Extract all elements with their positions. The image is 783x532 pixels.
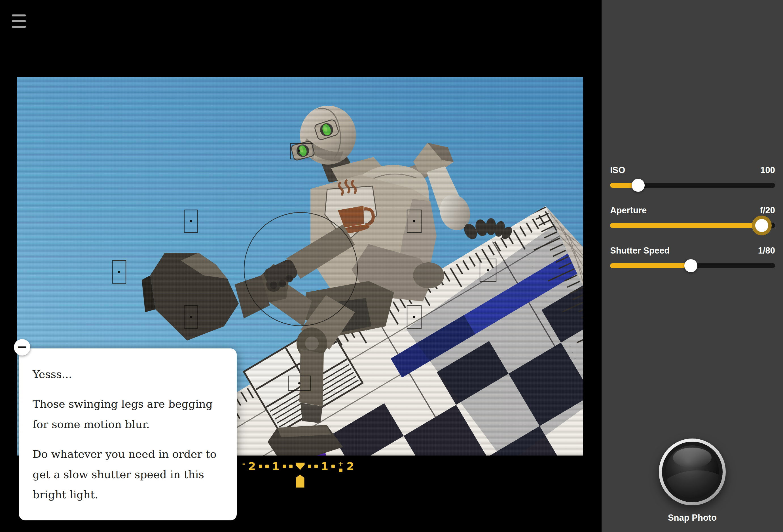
iso-label: ISO (610, 165, 625, 175)
aperture-label: Aperture (610, 205, 647, 215)
camera-controls-sidebar: ISO 100 Aperture f/20 (601, 0, 783, 532)
meter-center-marker (296, 463, 305, 470)
shutter-speed-slider-thumb[interactable] (684, 259, 697, 272)
iso-slider-track[interactable] (610, 183, 775, 188)
meter-label: 2 (346, 461, 354, 472)
hint-card: Yesss... Those swinging legs are begging… (19, 348, 237, 521)
hint-text: Do whatever you need in order to get a s… (33, 444, 223, 505)
aperture-slider-group: Aperture f/20 (610, 205, 775, 228)
snap-photo-section: Snap Photo (601, 438, 783, 523)
aperture-value: f/20 (760, 205, 775, 215)
meter-label: 1 (321, 461, 328, 472)
meter-label: 2 (248, 461, 256, 472)
aperture-slider-thumb[interactable] (755, 219, 768, 232)
meter-exposure-pointer (296, 474, 305, 488)
camera-sim-app: - 2 1 1 + 2 Yesss... Those swinging l (0, 0, 783, 532)
dismiss-hint-button[interactable]: − (14, 339, 30, 356)
meter-label: 1 (272, 461, 279, 472)
iso-slider-group: ISO 100 (610, 165, 775, 188)
shutter-speed-value: 1/80 (758, 245, 775, 256)
shutter-speed-slider-track[interactable] (610, 263, 775, 268)
hint-text: Yesss... (33, 364, 223, 385)
hint-text: Those swinging legs are begging for some… (33, 394, 223, 435)
meter-minus-sign: - (242, 460, 245, 467)
shutter-speed-slider-group: Shutter Speed 1/80 (610, 245, 775, 268)
hamburger-icon (12, 14, 26, 16)
snap-photo-label: Snap Photo (668, 513, 717, 523)
shutter-button-icon (662, 442, 723, 502)
shutter-speed-label: Shutter Speed (610, 245, 669, 256)
meter-plus-sign: + (338, 461, 343, 467)
slider-panel: ISO 100 Aperture f/20 (610, 165, 775, 286)
iso-value: 100 (760, 165, 775, 175)
snap-photo-button[interactable] (659, 438, 726, 505)
aperture-slider-track[interactable] (610, 223, 775, 228)
iso-slider-thumb[interactable] (632, 179, 645, 192)
menu-button[interactable] (11, 13, 28, 32)
